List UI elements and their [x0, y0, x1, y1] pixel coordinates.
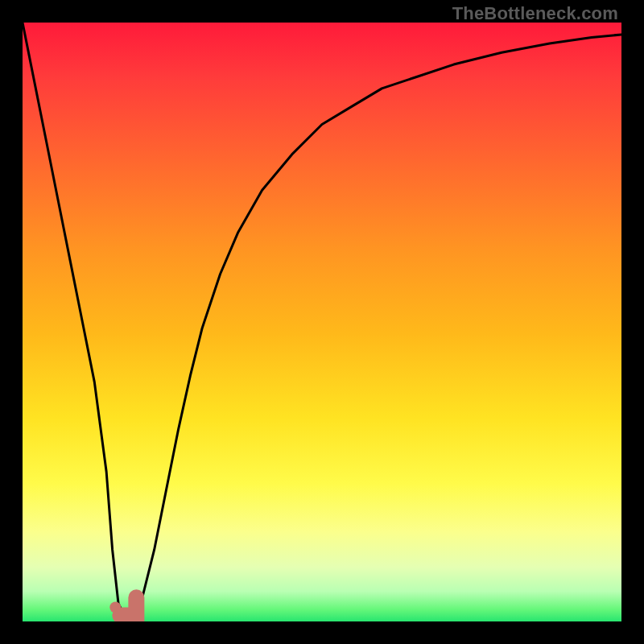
svg-point-0 — [109, 602, 121, 613]
chart-frame: TheBottleneck.com — [0, 0, 644, 644]
optimal-region-marker — [109, 597, 136, 615]
bottleneck-curve — [23, 23, 621, 616]
watermark-text: TheBottleneck.com — [452, 3, 618, 24]
plot-area — [23, 23, 621, 621]
curve-layer — [23, 23, 621, 621]
